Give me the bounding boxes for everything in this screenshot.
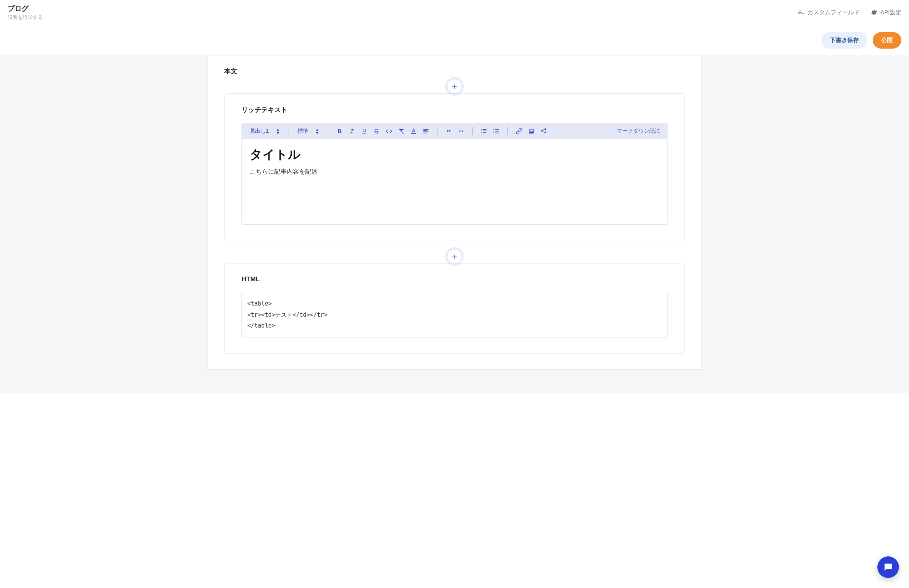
share-icon bbox=[540, 128, 547, 135]
workspace: 本文 ＋ リッチテキスト 見出し1 ▲▼ 標準 ▲▼ bbox=[0, 56, 909, 393]
content-heading: タイトル bbox=[250, 146, 659, 163]
toolbar-separator bbox=[472, 127, 473, 135]
italic-button[interactable] bbox=[347, 126, 357, 136]
underline-button[interactable] bbox=[359, 126, 369, 136]
toolbar-separator bbox=[328, 127, 328, 135]
toolbar-separator bbox=[507, 127, 508, 135]
bold-button[interactable] bbox=[335, 126, 345, 136]
heading-select[interactable]: 見出し1 ▲▼ bbox=[247, 127, 282, 135]
richtext-block: リッチテキスト 見出し1 ▲▼ 標準 ▲▼ bbox=[224, 93, 685, 240]
toolbar-separator bbox=[289, 127, 289, 135]
codeblock-icon bbox=[458, 128, 465, 135]
top-bar-left: ブログ 説明を追加する bbox=[8, 4, 43, 21]
custom-field-label: カスタムフィールド bbox=[808, 9, 860, 16]
html-line: </table> bbox=[247, 320, 662, 331]
richtext-block-title: リッチテキスト bbox=[242, 105, 667, 114]
underline-icon bbox=[361, 128, 368, 135]
page-title: ブログ bbox=[8, 4, 43, 13]
html-line: <table> bbox=[247, 298, 662, 309]
image-icon bbox=[528, 128, 535, 135]
sort-icon: ▲▼ bbox=[315, 128, 319, 134]
link-button[interactable] bbox=[514, 126, 524, 136]
api-settings-button[interactable]: API設定 bbox=[870, 9, 901, 16]
page-subtitle[interactable]: 説明を追加する bbox=[8, 14, 43, 21]
publish-button[interactable]: 公開 bbox=[873, 32, 901, 49]
ordered-list-icon bbox=[480, 128, 487, 135]
image-button[interactable] bbox=[526, 126, 536, 136]
unordered-list-button[interactable] bbox=[491, 126, 501, 136]
quote-button[interactable] bbox=[444, 126, 454, 136]
list-plus-icon bbox=[797, 9, 804, 16]
html-block-title: HTML bbox=[242, 275, 667, 283]
style-select-label: 標準 bbox=[297, 128, 308, 135]
code-icon bbox=[385, 128, 392, 135]
heading-select-label: 見出し1 bbox=[250, 128, 269, 135]
style-select[interactable]: 標準 ▲▼ bbox=[295, 127, 322, 135]
top-bar-right: カスタムフィールド API設定 bbox=[797, 9, 901, 16]
content-paragraph: こちらに記事内容を記述 bbox=[250, 168, 659, 176]
text-color-icon bbox=[410, 128, 417, 135]
plus-icon: ＋ bbox=[450, 251, 459, 262]
strikethrough-button[interactable] bbox=[372, 126, 382, 136]
add-block-button[interactable]: ＋ bbox=[448, 250, 461, 264]
bold-icon bbox=[336, 128, 343, 135]
editor-body[interactable]: タイトル こちらに記事内容を記述 bbox=[242, 139, 667, 224]
unordered-list-icon bbox=[493, 128, 500, 135]
editor-toolbar: 見出し1 ▲▼ 標準 ▲▼ bbox=[242, 123, 667, 139]
quote-icon bbox=[445, 128, 452, 135]
gear-icon bbox=[870, 9, 877, 16]
draft-save-button[interactable]: 下書き保存 bbox=[821, 32, 867, 49]
action-bar: 下書き保存 公開 bbox=[0, 25, 909, 56]
strikethrough-icon bbox=[373, 128, 380, 135]
code-button[interactable] bbox=[384, 126, 394, 136]
italic-icon bbox=[348, 128, 355, 135]
clear-format-button[interactable] bbox=[396, 126, 406, 136]
share-button[interactable] bbox=[539, 126, 549, 136]
plus-icon: ＋ bbox=[450, 81, 459, 92]
ordered-list-button[interactable] bbox=[479, 126, 489, 136]
link-icon bbox=[515, 128, 522, 135]
content-sheet: 本文 ＋ リッチテキスト 見出し1 ▲▼ 標準 ▲▼ bbox=[208, 56, 701, 370]
add-block-row-1: ＋ bbox=[224, 79, 685, 93]
html-line: <tr><td>テスト</td></tr> bbox=[247, 309, 662, 321]
sort-icon: ▲▼ bbox=[276, 128, 280, 134]
add-block-button[interactable]: ＋ bbox=[448, 79, 461, 93]
text-color-button[interactable] bbox=[409, 126, 419, 136]
body-section-heading: 本文 bbox=[224, 67, 685, 76]
align-button[interactable] bbox=[421, 126, 431, 136]
svg-point-1 bbox=[493, 131, 494, 132]
top-bar: ブログ 説明を追加する カスタムフィールド API設定 bbox=[0, 0, 909, 25]
svg-point-0 bbox=[493, 129, 494, 130]
align-icon bbox=[422, 128, 429, 135]
svg-point-2 bbox=[493, 132, 494, 133]
html-block: HTML <table> <tr><td>テスト</td></tr> </tab… bbox=[224, 264, 685, 354]
toolbar-separator bbox=[437, 127, 438, 135]
markdown-hint[interactable]: マークダウン記法 bbox=[617, 128, 662, 135]
richtext-editor: 見出し1 ▲▼ 標準 ▲▼ bbox=[242, 123, 667, 225]
custom-field-button[interactable]: カスタムフィールド bbox=[797, 9, 860, 16]
add-block-row-2: ＋ bbox=[224, 250, 685, 264]
html-textarea[interactable]: <table> <tr><td>テスト</td></tr> </table> bbox=[242, 292, 667, 338]
clear-format-icon bbox=[398, 128, 405, 135]
api-settings-label: API設定 bbox=[880, 9, 901, 16]
codeblock-button[interactable] bbox=[456, 126, 466, 136]
